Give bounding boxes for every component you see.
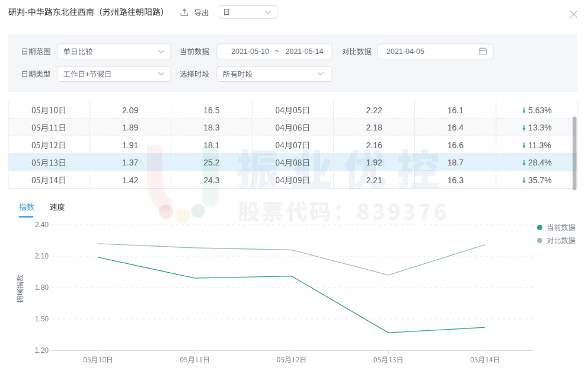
- svg-text:2021-05-14: 2021-05-14: [286, 47, 324, 56]
- svg-text:11.3%: 11.3%: [528, 141, 551, 150]
- svg-text:16.5: 16.5: [203, 106, 219, 115]
- svg-text:2.09: 2.09: [122, 106, 138, 115]
- svg-text:1.50: 1.50: [35, 315, 49, 323]
- svg-text:16.3: 16.3: [448, 176, 464, 185]
- svg-text:16.1: 16.1: [448, 106, 464, 115]
- svg-text:2021-05-10: 2021-05-10: [231, 47, 269, 56]
- svg-text:1.80: 1.80: [35, 283, 49, 292]
- svg-text:16.4: 16.4: [448, 123, 464, 132]
- svg-text:13.3%: 13.3%: [528, 123, 552, 132]
- svg-text:28.4%: 28.4%: [528, 158, 552, 167]
- svg-text:16.6: 16.6: [448, 141, 464, 150]
- svg-text:2021-04-05: 2021-04-05: [386, 47, 424, 56]
- svg-text:~: ~: [274, 47, 279, 55]
- svg-text:2.22: 2.22: [366, 106, 382, 115]
- svg-text:1.42: 1.42: [122, 176, 138, 185]
- svg-text:2.18: 2.18: [366, 123, 382, 132]
- svg-text:2.16: 2.16: [366, 141, 382, 150]
- svg-text:1.37: 1.37: [122, 158, 138, 167]
- svg-text:35.7%: 35.7%: [528, 176, 552, 185]
- svg-text:1.91: 1.91: [122, 141, 138, 150]
- svg-text:5.63%: 5.63%: [528, 106, 552, 115]
- svg-text:1.89: 1.89: [122, 123, 138, 132]
- svg-text:18.3: 18.3: [203, 123, 219, 132]
- svg-text:1.20: 1.20: [35, 346, 49, 355]
- svg-text:2.10: 2.10: [35, 252, 49, 260]
- svg-text:18.7: 18.7: [448, 158, 464, 167]
- svg-text:2.40: 2.40: [35, 221, 49, 229]
